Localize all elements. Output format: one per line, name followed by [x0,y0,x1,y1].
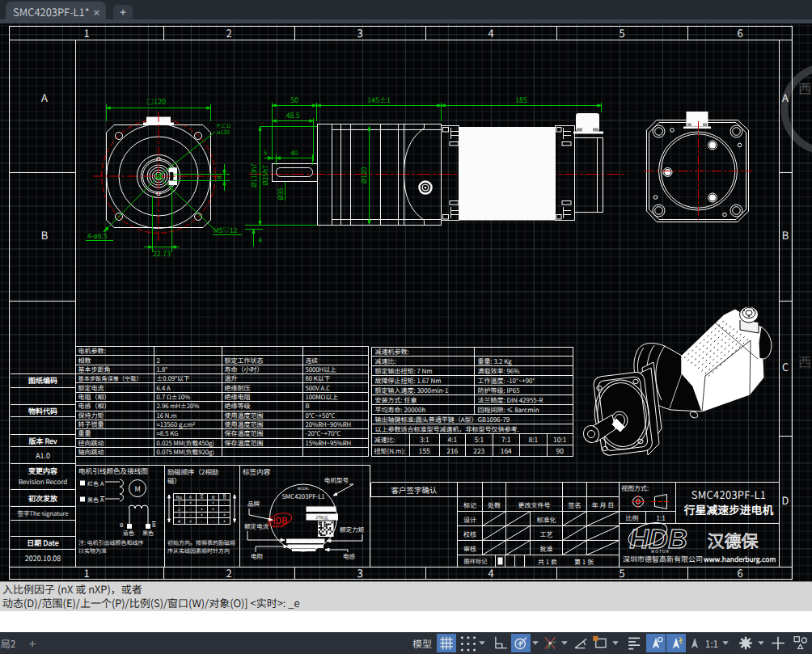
svg-text:A: A [100,479,104,487]
svg-text:3: 3 [357,25,362,40]
svg-text:标签内容: 标签内容 [243,466,271,476]
svg-text:www.handerburg.com: www.handerburg.com [703,554,776,564]
svg-text:155: 155 [419,445,430,455]
svg-text:MODEL: MODEL [297,486,310,491]
svg-text:5: 5 [619,565,624,580]
svg-text:汉德保: 汉德保 [708,528,759,552]
svg-text:减速比:: 减速比: [375,357,396,365]
svg-text:80 K以下: 80 K以下 [306,373,331,382]
svg-text:电机引线颜色及接线图: 电机引线颜色及接线图 [78,466,148,475]
svg-text:使用温度范围: 使用温度范围 [225,420,264,428]
svg-text:4: 4 [488,25,493,40]
svg-text:145±1: 145±1 [367,95,391,105]
svg-text:3:1: 3:1 [420,434,429,444]
svg-text:初次发放: 初次发放 [28,493,58,504]
svg-text:6: 6 [737,565,742,580]
svg-text:4-ø8.5: 4-ø8.5 [87,230,108,240]
svg-text:0°C~+50°C: 0°C~+50°C [306,411,336,420]
svg-text:B: B [306,401,310,410]
svg-text:Revision Record: Revision Record [19,476,68,486]
svg-text:-20°C~+70°C: -20°C~+70°C [306,428,341,437]
svg-text:185: 185 [515,95,527,105]
svg-text:额定输出扭矩: 7 Nm: 额定输出扭矩: 7 Nm [375,366,433,375]
svg-text:2.96 mH±20%: 2.96 mH±20% [157,401,200,410]
svg-text:SMC4203PF-L1: SMC4203PF-L1 [691,487,766,502]
svg-text:±0.09°以下: ±0.09°以下 [157,373,190,382]
svg-text:西: 西 [798,352,812,371]
svg-text:A: A [100,495,104,504]
svg-text:5: 5 [264,148,267,157]
svg-text:M: M [134,483,140,494]
svg-text:标准化: 标准化 [537,515,556,524]
svg-text:第 1 张: 第 1 张 [574,557,594,566]
svg-text:签名: 签名 [569,500,582,509]
svg-text:100MΩ以上: 100MΩ以上 [306,392,339,401]
svg-text:寿命（小时）: 寿命（小时） [225,365,264,373]
svg-text:轴向跳动: 轴向跳动 [78,447,104,456]
svg-text:变更内容: 变更内容 [28,466,57,476]
svg-text:2T标志: 2T标志 [315,514,328,520]
svg-text:回程间隙: ≤ 8arcmin: 回程间隙: ≤ 8arcmin [478,405,539,414]
svg-text:故障停止扭矩: 1.67 Nm: 故障停止扭矩: 1.67 Nm [375,376,442,385]
svg-text:6.4 A: 6.4 A [157,383,171,392]
svg-text:减速比:: 减速比: [374,435,395,444]
svg-text:0.7 Ω±10%: 0.7 Ω±10% [157,392,191,401]
svg-text:工作温度: -10°~+90°: 工作温度: -10°~+90° [478,376,535,385]
svg-text:行星减速步进电机: 行星减速步进电机 [683,501,774,517]
svg-text:8: 8 [214,175,223,179]
svg-text:1: 1 [83,565,89,580]
svg-text:连续: 连续 [306,356,319,365]
svg-text:批准: 批准 [540,544,553,553]
svg-text:Ø110h7: Ø110h7 [248,163,258,188]
svg-text:额定力矩: 额定力矩 [340,525,365,534]
svg-text:版本 Rev: 版本 Rev [28,436,57,446]
svg-text:B: B [782,227,789,243]
svg-text:绝缘电阻: 绝缘电阻 [225,392,251,401]
svg-text:+: + [223,518,226,525]
svg-text:保存温度范围: 保存温度范围 [225,428,264,437]
svg-text:电感: 电感 [343,551,356,560]
svg-text:A: A [782,90,789,105]
svg-text:0.025 MM(负载450g): 0.025 MM(负载450g) [157,438,214,447]
svg-text:ø130: ø130 [217,128,230,136]
svg-text:2: 2 [226,565,231,580]
svg-text:50: 50 [290,95,298,105]
svg-text:西: 西 [798,78,812,98]
svg-text:2020.10.08: 2020.10.08 [25,553,61,563]
svg-text:比例: 比例 [626,513,639,522]
svg-text:SMC4203PF-L1: SMC4203PF-L1 [281,492,324,500]
svg-text:红色: 红色 [87,479,99,487]
svg-text:黑色: 黑色 [142,529,154,537]
svg-text:序从实线因素顺时针方向: 序从实线因素顺时针方向 [167,546,230,555]
svg-text:共 1 套: 共 1 套 [538,557,557,566]
svg-text:A: A [41,90,48,105]
svg-text:年 月 日: 年 月 日 [592,500,615,509]
svg-text:图样标记: 图样标记 [464,557,488,565]
svg-text:1.8°: 1.8° [157,365,168,373]
svg-text:以上参数适合标准型号减速机，非标型号仅供参考.: 以上参数适合标准型号减速机，非标型号仅供参考. [375,424,519,433]
svg-text:转子惯量: 转子惯量 [78,420,104,428]
svg-text:10:1: 10:1 [553,434,567,444]
svg-text:基本步距角: 基本步距角 [78,365,111,373]
svg-text:更改文件号: 更改文件号 [518,500,551,509]
svg-text:安装方式: 任意: 安装方式: 任意 [375,395,417,404]
svg-text:保存温度范围: 保存温度范围 [225,438,264,447]
svg-text:电机型号: 电机型号 [324,475,349,484]
svg-text:签字The signature: 签字The signature [17,508,68,517]
svg-text:重量: 重量 [78,428,91,437]
svg-text:额定工作状态: 额定工作状态 [225,356,264,365]
svg-text:绝缘等级: 绝缘等级 [225,401,251,410]
svg-text:216: 216 [446,445,458,455]
svg-text:额定输入速度: 3000min-1: 额定输入速度: 3000min-1 [375,386,449,395]
svg-text:-: - [201,518,203,525]
svg-text:40: 40 [291,148,298,157]
svg-text:重量: 3.2 Kg: 重量: 3.2 Kg [478,357,513,366]
svg-text:4: 4 [259,235,263,244]
svg-text:Ø35: Ø35 [275,188,285,200]
svg-text:5:1: 5:1 [474,434,484,444]
svg-text:48.5: 48.5 [285,110,299,120]
svg-text:设计: 设计 [463,515,476,524]
svg-text:4: 4 [178,518,180,525]
svg-text:2: 2 [157,356,160,365]
svg-text:日期 Date: 日期 Date [27,538,59,548]
